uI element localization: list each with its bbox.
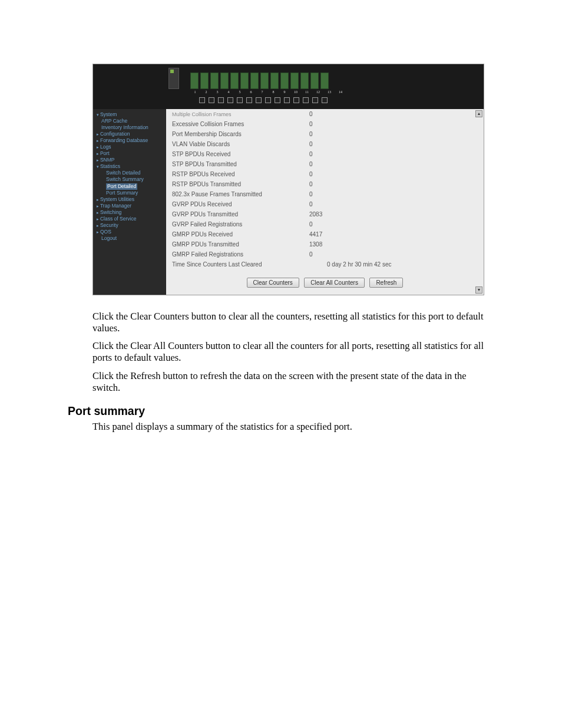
nav-item[interactable]: Configuration [97, 131, 163, 137]
stats-content-pane: ▴ Multiple Collision Frames0Excessive Co… [166, 109, 484, 295]
stat-row: 802.3x Pause Frames Transmitted0 [172, 189, 478, 199]
stat-row: Multiple Collision Frames0 [172, 109, 478, 119]
paragraph-refresh: Click the Refresh button to refresh the … [92, 370, 494, 394]
nav-item[interactable]: Security [97, 222, 163, 229]
stat-value: 4417 [309, 231, 322, 238]
stat-value: 0 [309, 181, 313, 187]
stat-row: GMRP PDUs Transmitted1308 [172, 239, 478, 249]
port-indicator-row [190, 73, 329, 89]
stat-row: GVRP PDUs Transmitted2083 [172, 209, 478, 219]
stat-label: GVRP PDUs Transmitted [172, 211, 309, 218]
nav-item[interactable]: Port [97, 150, 163, 157]
nav-item[interactable]: System [97, 111, 163, 118]
screenshot-panel: 1234567891011121314 SystemARP CacheInven… [92, 64, 484, 295]
button-row: Clear Counters Clear All Counters Refres… [172, 276, 478, 288]
clear-all-counters-button[interactable]: Clear All Counters [304, 278, 365, 288]
stat-label: GMRP Failed Registrations [172, 251, 309, 258]
clear-counters-button[interactable]: Clear Counters [247, 278, 299, 288]
nav-item[interactable]: QOS [97, 229, 163, 235]
stat-value: 0 [309, 161, 313, 167]
stat-row: RSTP BPDUs Transmitted0 [172, 179, 478, 189]
nav-item[interactable]: Inventory Information [97, 124, 163, 131]
paragraph-clear-counters: Click the Clear Counters button to clear… [92, 311, 494, 334]
status-square-row [199, 97, 328, 103]
stat-row: Time Since Counters Last Cleared0 day 2 … [172, 259, 478, 269]
nav-item[interactable]: Logs [97, 144, 163, 150]
stat-value: 0 [309, 201, 313, 207]
stat-row: GVRP Failed Registrations0 [172, 219, 478, 229]
nav-sidebar: SystemARP CacheInventory InformationConf… [93, 109, 166, 295]
stat-row: Excessive Collision Frames0 [172, 119, 478, 129]
stat-label: GMRP PDUs Transmitted [172, 241, 309, 248]
document-body-text: Click the Clear Counters button to clear… [68, 311, 494, 433]
stat-value: 0 [309, 131, 313, 137]
stat-label: RSTP BPDUs Received [172, 171, 309, 177]
stat-row: VLAN Viable Discards0 [172, 139, 478, 149]
refresh-button[interactable]: Refresh [369, 278, 403, 288]
stat-row: STP BPDUs Received0 [172, 149, 478, 159]
nav-item[interactable]: Trap Manager [97, 203, 163, 209]
stat-value: 0 [309, 171, 313, 177]
stat-label: GVRP Failed Registrations [172, 221, 309, 228]
stat-value: 2083 [309, 211, 322, 218]
stat-value: 1308 [309, 241, 322, 248]
stat-value: 0 [309, 251, 313, 258]
stat-label: RSTP BPDUs Transmitted [172, 181, 309, 187]
scroll-up-button[interactable]: ▴ [475, 110, 482, 117]
stat-value: 0 [309, 191, 313, 197]
stat-label: Port Membership Discards [172, 131, 309, 137]
stat-row: GVRP PDUs Received0 [172, 199, 478, 209]
paragraph-port-summary-desc: This panel displays a summary of the sta… [92, 421, 494, 433]
stat-row: GMRP Failed Registrations0 [172, 249, 478, 259]
stat-label: 802.3x Pause Frames Transmitted [172, 191, 309, 197]
stat-label: VLAN Viable Discards [172, 141, 309, 147]
port-number-row: 1234567891011121314 [190, 90, 345, 94]
nav-item[interactable]: Forwarding Database [97, 137, 163, 144]
stat-label: STP BPDUs Transmitted [172, 161, 309, 167]
stat-value: 0 [309, 111, 313, 117]
nav-item[interactable]: Switching [97, 209, 163, 216]
nav-item[interactable]: Switch Detailed [97, 170, 163, 176]
nav-item[interactable]: SNMP [97, 157, 163, 163]
stat-value: 0 [309, 141, 313, 147]
stat-row: GMRP PDUs Received4417 [172, 229, 478, 239]
stat-row: Port Membership Discards0 [172, 129, 478, 139]
nav-item[interactable]: Logout [97, 235, 163, 242]
stat-row: RSTP BPDUs Received0 [172, 169, 478, 179]
switch-diagram-header: 1234567891011121314 [93, 64, 484, 109]
nav-item[interactable]: Class of Service [97, 216, 163, 222]
stat-label: Excessive Collision Frames [172, 121, 309, 127]
stat-label: GVRP PDUs Received [172, 201, 309, 207]
scroll-down-button[interactable]: ▾ [475, 286, 482, 294]
stat-value: 0 day 2 hr 30 min 42 sec [327, 261, 392, 268]
nav-item[interactable]: Switch Summary [97, 176, 163, 183]
stat-row: STP BPDUs Transmitted0 [172, 159, 478, 169]
paragraph-clear-all-counters: Click the Clear All Counters button to c… [92, 340, 494, 364]
nav-item[interactable]: ARP Cache [97, 118, 163, 124]
stat-label: Multiple Collision Frames [172, 111, 309, 117]
section-heading-port-summary: Port summary [68, 404, 494, 419]
nav-item[interactable]: Port Summary [97, 190, 163, 196]
switch-module-icon [168, 68, 179, 89]
stat-label: STP BPDUs Received [172, 151, 309, 157]
stat-value: 0 [309, 151, 313, 157]
stat-label: Time Since Counters Last Cleared [172, 261, 309, 268]
stat-label: GMRP PDUs Received [172, 231, 309, 238]
stat-value: 0 [309, 221, 313, 228]
nav-item[interactable]: System Utilities [97, 196, 163, 203]
nav-item[interactable]: Port Detailed [97, 183, 163, 190]
stat-value: 0 [309, 121, 313, 127]
nav-item[interactable]: Statistics [97, 163, 163, 170]
